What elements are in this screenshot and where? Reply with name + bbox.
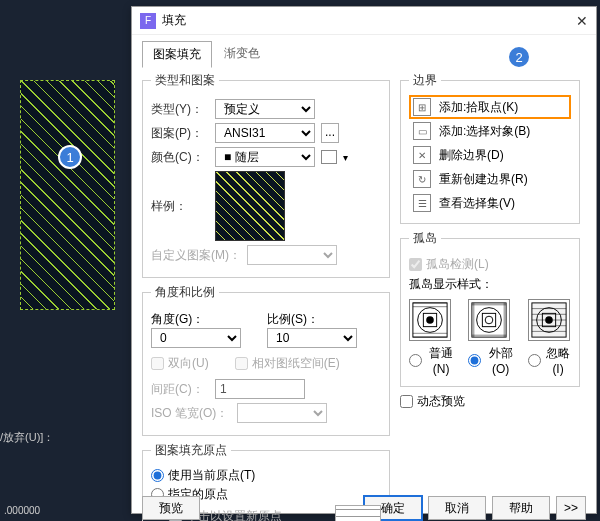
- legend-origin: 图案填充原点: [151, 442, 231, 459]
- radio-use-current-origin[interactable]: 使用当前原点(T): [151, 467, 381, 484]
- select-pattern[interactable]: ANSI31: [215, 123, 315, 143]
- tab-gradient[interactable]: 渐变色: [214, 41, 270, 68]
- label-sample: 样例：: [151, 198, 209, 215]
- label-color: 颜色(C)：: [151, 149, 209, 166]
- boundary-add-pick-point[interactable]: ⊞添加:拾取点(K): [409, 95, 571, 119]
- svg-point-5: [477, 308, 502, 333]
- boundary-add-select-object[interactable]: ▭添加:选择对象(B): [409, 119, 571, 143]
- callout-badge-1: 1: [58, 145, 82, 169]
- legend-island: 孤岛: [409, 230, 441, 247]
- island-outer-icon[interactable]: [468, 299, 510, 341]
- checkbox-island-detect: 孤岛检测(L): [409, 256, 571, 273]
- group-boundary: 边界 ⊞添加:拾取点(K) ▭添加:选择对象(B) ✕删除边界(D) ↻重新创建…: [400, 72, 580, 224]
- color-swatch-icon[interactable]: [321, 150, 337, 164]
- boundary-view-selection[interactable]: ☰查看选择集(V): [409, 191, 571, 215]
- app-icon: F: [140, 13, 156, 29]
- view-selection-icon: ☰: [413, 194, 431, 212]
- legend-boundary: 边界: [409, 72, 441, 89]
- tab-pattern-fill[interactable]: 图案填充: [142, 41, 212, 68]
- svg-point-7: [485, 316, 493, 324]
- input-spacing: [215, 379, 305, 399]
- select-custom-pattern: [247, 245, 337, 265]
- callout-badge-2: 2: [507, 45, 531, 69]
- label-island-style: 孤岛显示样式：: [409, 276, 571, 293]
- dialog-title: 填充: [162, 12, 186, 29]
- label-type: 类型(Y)：: [151, 101, 209, 118]
- delete-boundary-icon: ✕: [413, 146, 431, 164]
- status-coord: .000000: [4, 505, 40, 516]
- radio-island-normal[interactable]: 普通(N): [409, 345, 456, 376]
- legend-angle-scale: 角度和比例: [151, 284, 219, 301]
- select-object-icon: ▭: [413, 122, 431, 140]
- pattern-browse-button[interactable]: ...: [321, 123, 339, 143]
- fill-dialog: F 填充 ✕ 2 图案填充 渐变色 类型和图案 类型(Y)： 预定义 图案(P)…: [131, 6, 597, 514]
- pick-point-icon: ⊞: [413, 98, 431, 116]
- island-ignore-icon[interactable]: [528, 299, 570, 341]
- checkbox-bidirectional: 双向(U): [151, 355, 209, 372]
- preview-button[interactable]: 预览: [142, 496, 200, 520]
- expand-button[interactable]: >>: [556, 496, 586, 520]
- svg-point-3: [426, 316, 434, 324]
- label-custom-pattern: 自定义图案(M)：: [151, 247, 241, 264]
- legend-type-pattern: 类型和图案: [151, 72, 219, 89]
- pattern-preview[interactable]: [215, 171, 285, 241]
- checkbox-paper-space: 相对图纸空间(E): [235, 355, 340, 372]
- help-button[interactable]: 帮助: [492, 496, 550, 520]
- select-iso-pen: [237, 403, 327, 423]
- label-pattern: 图案(P)：: [151, 125, 209, 142]
- select-angle[interactable]: 0: [151, 328, 241, 348]
- group-angle-scale: 角度和比例 角度(G)： 0 比例(S)： 10 双向(U) 相对图纸空间(E): [142, 284, 390, 436]
- radio-island-outer[interactable]: 外部(O): [468, 345, 516, 376]
- cancel-button[interactable]: 取消: [428, 496, 486, 520]
- label-scale: 比例(S)：: [267, 311, 357, 328]
- select-scale[interactable]: 10: [267, 328, 357, 348]
- command-prompt: /放弃(U)]：: [0, 430, 54, 445]
- checkbox-dynamic-preview[interactable]: 动态预览: [400, 393, 580, 410]
- drawing-canvas: [20, 80, 115, 310]
- select-color[interactable]: ■ 随层: [215, 147, 315, 167]
- close-icon[interactable]: ✕: [576, 13, 588, 29]
- island-normal-icon[interactable]: [409, 299, 451, 341]
- label-iso-pen: ISO 笔宽(O)：: [151, 405, 231, 422]
- group-island: 孤岛 孤岛检测(L) 孤岛显示样式： 普通(N) 外部(O) 忽略(I): [400, 230, 580, 387]
- recreate-boundary-icon: ↻: [413, 170, 431, 188]
- dropdown-icon[interactable]: ▾: [343, 152, 348, 163]
- group-type-pattern: 类型和图案 类型(Y)： 预定义 图案(P)： ANSI31 ... 颜色(C)…: [142, 72, 390, 278]
- label-angle: 角度(G)：: [151, 311, 261, 328]
- label-spacing: 间距(C)：: [151, 381, 209, 398]
- boundary-recreate[interactable]: ↻重新创建边界(R): [409, 167, 571, 191]
- boundary-delete[interactable]: ✕删除边界(D): [409, 143, 571, 167]
- select-type[interactable]: 预定义: [215, 99, 315, 119]
- origin-preview-icon: [335, 505, 381, 521]
- titlebar: F 填充 ✕: [132, 7, 596, 35]
- radio-island-ignore[interactable]: 忽略(I): [528, 345, 571, 376]
- svg-rect-6: [483, 313, 496, 326]
